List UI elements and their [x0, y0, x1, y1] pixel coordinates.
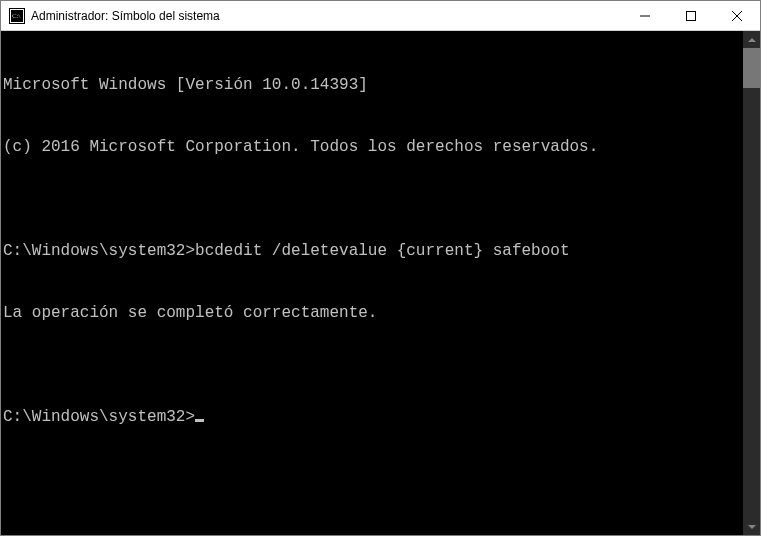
svg-marker-9	[748, 525, 756, 529]
cursor-icon	[195, 419, 204, 422]
terminal-line: Microsoft Windows [Versión 10.0.14393]	[3, 75, 743, 96]
window-title: Administrador: Símbolo del sistema	[31, 9, 622, 23]
window-controls	[622, 1, 760, 30]
scroll-down-button[interactable]	[743, 518, 760, 535]
close-button[interactable]	[714, 1, 760, 30]
minimize-button[interactable]	[622, 1, 668, 30]
terminal-prompt-line: C:\Windows\system32>	[3, 407, 743, 428]
titlebar[interactable]: C:\ Administrador: Símbolo del sistema	[1, 1, 760, 31]
terminal-output[interactable]: Microsoft Windows [Versión 10.0.14393] (…	[1, 31, 743, 535]
svg-text:C:\: C:\	[12, 12, 21, 20]
cmd-icon: C:\	[9, 8, 25, 24]
svg-rect-5	[687, 11, 696, 20]
terminal-area: Microsoft Windows [Versión 10.0.14393] (…	[1, 31, 760, 535]
svg-marker-8	[748, 38, 756, 42]
maximize-button[interactable]	[668, 1, 714, 30]
terminal-prompt: C:\Windows\system32>	[3, 408, 195, 426]
command-prompt-window: C:\ Administrador: Símbolo del sistema M…	[0, 0, 761, 536]
terminal-line: La operación se completó correctamente.	[3, 303, 743, 324]
vertical-scrollbar[interactable]	[743, 31, 760, 535]
scroll-thumb[interactable]	[743, 48, 760, 88]
scroll-up-button[interactable]	[743, 31, 760, 48]
terminal-line: C:\Windows\system32>bcdedit /deletevalue…	[3, 241, 743, 262]
terminal-line: (c) 2016 Microsoft Corporation. Todos lo…	[3, 137, 743, 158]
